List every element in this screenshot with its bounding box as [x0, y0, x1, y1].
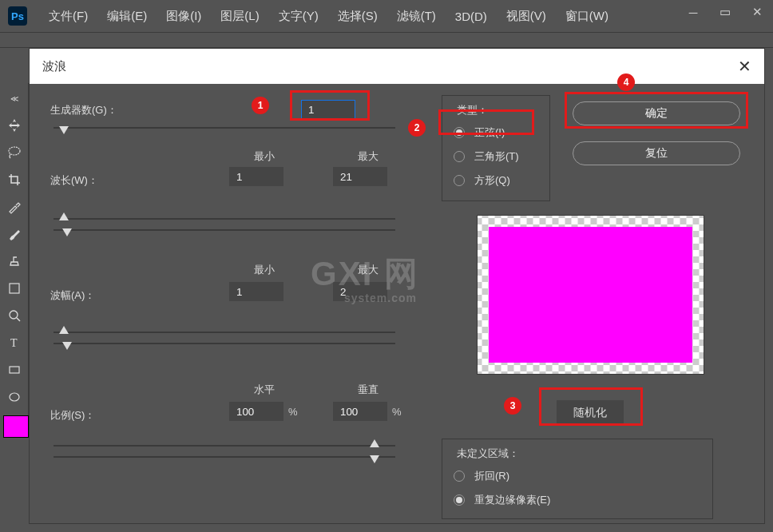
radio-icon [454, 494, 465, 506]
undefined-legend: 未定义区域： [454, 447, 522, 461]
scale-h-unit: % [288, 406, 298, 418]
radio-icon [454, 175, 465, 186]
annotation-3: 3 [504, 397, 521, 415]
generators-slider[interactable] [54, 127, 395, 129]
type-tool[interactable]: T [2, 331, 27, 355]
svg-point-6 [10, 393, 19, 401]
scale-h-label: 水平 [237, 383, 291, 397]
undefined-wrap-label: 折回(R) [474, 469, 509, 483]
wavelength-min-input[interactable] [229, 167, 283, 186]
amplitude-slider-max[interactable] [54, 343, 395, 344]
preview-content [489, 227, 692, 363]
dialog-title: 波浪 [42, 59, 66, 74]
options-bar [0, 32, 773, 48]
radio-icon [454, 470, 465, 482]
annotation-4: 4 [617, 73, 635, 91]
undefined-group: 未定义区域： 折回(R) 重复边缘像素(E) [442, 439, 713, 519]
undefined-wrap-radio[interactable]: 折回(R) [454, 464, 701, 488]
eyedropper-tool[interactable] [2, 195, 27, 219]
maximize-button[interactable]: ▭ [709, 0, 741, 24]
panel-collapse-icon[interactable]: ≪ [2, 86, 27, 110]
minimize-button[interactable]: ─ [677, 0, 709, 24]
crop-tool[interactable] [2, 168, 27, 192]
brush-tool[interactable] [2, 222, 27, 246]
annotation-box-2 [438, 109, 534, 135]
radio-icon [454, 151, 465, 162]
wavelength-slider-max[interactable] [54, 229, 395, 231]
menu-file[interactable]: 文件(F) [39, 9, 97, 24]
preview-area [477, 215, 704, 375]
amplitude-max-label: 最大 [341, 263, 395, 277]
type-triangle-radio[interactable]: 三角形(T) [454, 145, 538, 169]
generators-label: 生成器数(G)： [50, 104, 117, 116]
window-controls: ─ ▭ ✕ [677, 0, 773, 32]
type-square-label: 方形(Q) [474, 173, 510, 188]
zoom-tool[interactable] [2, 304, 27, 328]
scale-label: 比例(S)： [50, 409, 95, 421]
clone-stamp-tool[interactable] [2, 249, 27, 273]
app-logo: Ps [8, 6, 27, 26]
type-square-radio[interactable]: 方形(Q) [454, 169, 538, 193]
scale-v-label: 垂直 [341, 383, 395, 397]
annotation-1: 1 [252, 97, 269, 114]
menu-window[interactable]: 窗口(W) [556, 9, 618, 24]
wavelength-min-label: 最小 [237, 149, 291, 164]
amplitude-label: 波幅(A)： [50, 289, 95, 301]
scale-v-unit: % [392, 406, 402, 418]
scale-v-slider[interactable] [54, 456, 395, 458]
undefined-repeat-radio[interactable]: 重复边缘像素(E) [454, 488, 701, 512]
wavelength-max-input[interactable] [333, 167, 387, 186]
ellipse-tool[interactable] [2, 385, 27, 409]
menu-type[interactable]: 文字(Y) [269, 9, 328, 24]
close-icon[interactable]: ✕ [738, 57, 751, 76]
annotation-box-4 [565, 92, 748, 129]
lasso-tool[interactable] [2, 141, 27, 165]
svg-line-3 [17, 318, 20, 321]
scale-h-slider[interactable] [54, 445, 395, 447]
svg-point-0 [9, 147, 20, 155]
dialog-titlebar: 波浪 ✕ [30, 49, 764, 84]
menu-select[interactable]: 选择(S) [328, 9, 387, 24]
menu-3d[interactable]: 3D(D) [446, 10, 497, 23]
foreground-color-swatch[interactable] [3, 415, 29, 438]
dialog-body: 生成器数(G)： 最小 最大 波长(W)： 最小 最大 波幅(A)： [30, 84, 764, 523]
annotation-box-1 [290, 90, 370, 121]
wavelength-max-label: 最大 [341, 149, 395, 164]
menubar: Ps 文件(F) 编辑(E) 图像(I) 图层(L) 文字(Y) 选择(S) 滤… [0, 0, 773, 32]
type-triangle-label: 三角形(T) [474, 149, 519, 164]
menu-layer[interactable]: 图层(L) [211, 9, 268, 24]
amplitude-slider-min[interactable] [54, 332, 395, 333]
scale-h-input[interactable] [229, 402, 283, 421]
move-tool[interactable] [2, 113, 27, 137]
scale-v-input[interactable] [333, 402, 387, 421]
svg-rect-1 [10, 284, 19, 293]
reset-button[interactable]: 复位 [573, 141, 740, 165]
wave-dialog: 波浪 ✕ 生成器数(G)： 最小 最大 波长(W)： 最小 最大 波幅(A) [29, 48, 765, 524]
wavelength-slider-min[interactable] [54, 218, 395, 220]
gradient-tool[interactable] [2, 276, 27, 300]
amplitude-min-label: 最小 [237, 263, 291, 277]
wavelength-label: 波长(W)： [50, 174, 98, 186]
amplitude-min-input[interactable] [229, 282, 283, 301]
menu-image[interactable]: 图像(I) [157, 9, 211, 24]
menu-view[interactable]: 视图(V) [497, 9, 556, 24]
undefined-repeat-label: 重复边缘像素(E) [474, 493, 550, 507]
tools-panel: ≪ T [0, 83, 29, 438]
annotation-2: 2 [408, 119, 426, 137]
svg-point-2 [10, 311, 18, 319]
rectangle-tool[interactable] [2, 358, 27, 382]
close-button[interactable]: ✕ [741, 0, 773, 24]
menu-filter[interactable]: 滤镜(T) [387, 9, 446, 24]
amplitude-max-input[interactable] [333, 282, 387, 301]
svg-text:T: T [10, 337, 18, 349]
annotation-box-3 [539, 387, 643, 426]
svg-rect-5 [10, 367, 19, 373]
menu-edit[interactable]: 编辑(E) [97, 9, 157, 24]
